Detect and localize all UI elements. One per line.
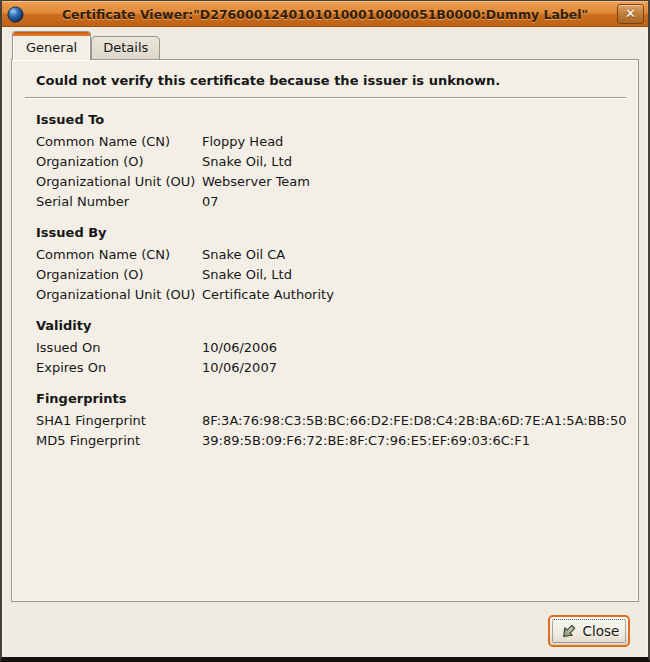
close-button[interactable]: Close xyxy=(548,615,630,647)
field-value: 10/06/2006 xyxy=(202,338,626,358)
field-label: Organizational Unit (OU) xyxy=(36,285,202,305)
globe-icon[interactable] xyxy=(7,6,24,23)
section-title: Fingerprints xyxy=(36,391,626,406)
cert-field-row: Organization (O) Snake Oil, Ltd xyxy=(36,265,626,285)
field-label: SHA1 Fingerprint xyxy=(36,411,202,431)
field-value: 07 xyxy=(202,192,626,212)
field-label: Organizational Unit (OU) xyxy=(36,172,202,192)
field-value: 39:89:5B:09:F6:72:BE:8F:C7:96:E5:EF:69:0… xyxy=(202,431,626,451)
field-label: Serial Number xyxy=(36,192,202,212)
tab-general[interactable]: General xyxy=(12,31,91,60)
section-validity: Validity Issued On 10/06/2006 Expires On… xyxy=(36,318,626,378)
field-value: Certificate Authority xyxy=(202,285,626,305)
field-label: Expires On xyxy=(36,358,202,378)
field-value: Snake Oil, Ltd xyxy=(202,265,626,285)
field-label: Issued On xyxy=(36,338,202,358)
field-label: Organization (O) xyxy=(36,265,202,285)
tab-details[interactable]: Details xyxy=(91,36,160,60)
separator xyxy=(25,97,626,99)
cert-field-row: Organizational Unit (OU) Certificate Aut… xyxy=(36,285,626,305)
titlebar[interactable]: Certificate Viewer:"D2760001240101010001… xyxy=(2,1,648,27)
cert-field-row: Issued On 10/06/2006 xyxy=(36,338,626,358)
section-title: Validity xyxy=(36,318,626,333)
section-title: Issued To xyxy=(36,112,626,127)
field-value: Floppy Head xyxy=(202,132,626,152)
cert-field-row: MD5 Fingerprint 39:89:5B:09:F6:72:BE:8F:… xyxy=(36,431,626,451)
cert-field-row: Common Name (CN) Snake Oil CA xyxy=(36,245,626,265)
close-arrow-icon xyxy=(559,622,578,641)
cert-field-row: SHA1 Fingerprint 8F:3A:76:98:C3:5B:BC:66… xyxy=(36,411,626,431)
section-title: Issued By xyxy=(36,225,626,240)
general-tab-panel: Could not verify this certificate becaus… xyxy=(11,59,639,602)
cert-field-row: Common Name (CN) Floppy Head xyxy=(36,132,626,152)
cert-field-row: Organizational Unit (OU) Webserver Team xyxy=(36,172,626,192)
field-value: 10/06/2007 xyxy=(202,358,626,378)
window-close-button[interactable]: ✕ xyxy=(617,4,644,24)
field-value: 8F:3A:76:98:C3:5B:BC:66:D2:FE:D8:C4:2B:B… xyxy=(202,411,626,431)
window-title: Certificate Viewer:"D2760001240101010001… xyxy=(2,7,648,22)
cert-field-row: Expires On 10/06/2007 xyxy=(36,358,626,378)
close-button-label: Close xyxy=(583,623,620,639)
field-value: Webserver Team xyxy=(202,172,626,192)
cert-field-row: Serial Number 07 xyxy=(36,192,626,212)
tab-details-label: Details xyxy=(103,40,148,55)
section-fingerprints: Fingerprints SHA1 Fingerprint 8F:3A:76:9… xyxy=(36,391,626,451)
tab-general-label: General xyxy=(26,40,77,55)
field-label: Organization (O) xyxy=(36,152,202,172)
section-issued-to: Issued To Common Name (CN) Floppy Head O… xyxy=(36,112,626,212)
section-issued-by: Issued By Common Name (CN) Snake Oil CA … xyxy=(36,225,626,305)
cert-field-row: Organization (O) Snake Oil, Ltd xyxy=(36,152,626,172)
dialog-action-area: Close xyxy=(2,602,648,657)
verification-warning: Could not verify this certificate becaus… xyxy=(36,73,626,88)
tab-bar: General Details xyxy=(12,31,648,59)
field-label: Common Name (CN) xyxy=(36,245,202,265)
field-label: Common Name (CN) xyxy=(36,132,202,152)
certificate-viewer-window: Certificate Viewer:"D2760001240101010001… xyxy=(0,0,650,662)
field-label: MD5 Fingerprint xyxy=(36,431,202,451)
field-value: Snake Oil CA xyxy=(202,245,626,265)
field-value: Snake Oil, Ltd xyxy=(202,152,626,172)
